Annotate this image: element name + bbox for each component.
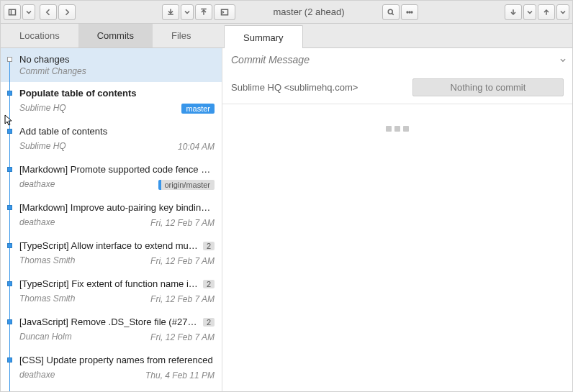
graph-node-icon (7, 281, 12, 286)
sidebar-toggle-dropdown[interactable] (22, 4, 35, 20)
graph-line (9, 134, 10, 158)
commit-item[interactable]: [JavaScript] Remove .DS_Store file (#271… (1, 311, 222, 349)
commit-head-item[interactable]: No changes Commit Changes (1, 48, 222, 82)
graph-node-icon (7, 167, 12, 172)
graph-line (9, 82, 10, 91)
commit-item[interactable]: [CSS] Fix color functions in blend() (#2… (1, 387, 222, 391)
graph-node-icon (7, 243, 12, 248)
commit-author: Sublime HQ (19, 103, 66, 113)
graph-line (9, 120, 10, 129)
branch-ref-remote[interactable]: origin/master (158, 180, 215, 190)
commit-item[interactable]: [TypeScript] Allow interface to extend m… (1, 234, 222, 273)
search-icon (387, 8, 395, 17)
commit-item[interactable]: Add table of contentsSublime HQ10:04 AM (1, 120, 222, 158)
graph-line (9, 248, 10, 273)
chevron-down-icon (559, 57, 567, 64)
commit-time: Fri, 12 Feb 7 AM (150, 294, 215, 304)
svg-point-11 (411, 12, 412, 13)
commit-button[interactable]: Nothing to commit (412, 78, 564, 96)
graph-line (9, 96, 10, 120)
graph-node-icon (7, 357, 12, 363)
commit-summary: Populate table of contents (19, 88, 215, 99)
terminal-button[interactable] (214, 4, 235, 20)
graph-node-icon (7, 205, 12, 210)
graph-line (9, 311, 10, 319)
graph-node-icon (7, 91, 12, 96)
search-button[interactable] (382, 4, 400, 20)
changes-badge: 2 (203, 242, 215, 250)
commit-summary: [Markdown] Improve auto-pairing key bind… (19, 202, 215, 213)
commit-message-input[interactable] (231, 54, 564, 70)
changes-badge: 2 (203, 280, 215, 288)
tab-commits[interactable]: Commits (78, 24, 153, 47)
commit-summary: [CSS] Update property names from referen… (19, 355, 215, 365)
graph-line (9, 387, 10, 391)
branch-ref-local[interactable]: master (181, 104, 215, 114)
commit-author: deathaxe (19, 179, 55, 189)
ellipsis-icon (405, 8, 414, 17)
left-tabs: LocationsCommitsFiles (1, 24, 222, 47)
commit-item[interactable]: Populate table of contentsSublime HQmast… (1, 82, 222, 120)
commit-action-row: Sublime HQ <sublimehq.com> Nothing to co… (231, 73, 564, 104)
sidebar-toggle-button[interactable] (4, 4, 21, 20)
commits-panel: No changes Commit Changes Populate table… (1, 48, 222, 391)
content-area: No changes Commit Changes Populate table… (1, 48, 572, 391)
commit-time: 10:04 AM (178, 142, 215, 152)
commit-author: Thomas Smith (19, 293, 75, 304)
commit-item[interactable]: [Markdown] Improve auto-pairing key bind… (1, 196, 222, 234)
graph-line (9, 196, 10, 205)
svg-point-7 (388, 9, 392, 14)
arrow-left-icon (44, 8, 53, 17)
graph-line (9, 172, 10, 196)
svg-point-10 (409, 12, 410, 13)
commit-summary: [JavaScript] Remove .DS_Store file (#271… (19, 316, 199, 327)
tab-locations[interactable]: Locations (1, 24, 78, 47)
commit-author: Duncan Holm (19, 332, 72, 342)
commit-author: deathaxe (19, 370, 55, 380)
commit-item[interactable]: [TypeScript] Fix extent of function name… (1, 273, 222, 311)
svg-rect-0 (9, 9, 16, 15)
svg-point-9 (407, 12, 408, 13)
arrow-right-icon (63, 8, 71, 17)
commit-item[interactable]: [Markdown] Promote supported code fence … (1, 158, 222, 196)
stash-dropdown[interactable] (181, 4, 194, 20)
pull-button[interactable] (505, 4, 522, 20)
toolbar: master (2 ahead) (1, 1, 572, 24)
commit-author: Thomas Smith (19, 255, 75, 265)
pull-dropdown[interactable] (523, 4, 536, 20)
file-changes-area (222, 104, 572, 391)
graph-node-icon (7, 129, 12, 134)
commit-message-dropdown[interactable] (559, 57, 567, 65)
commit-author: Sublime HQ (19, 141, 66, 151)
chevron-down-icon (24, 8, 33, 17)
graph-line (9, 349, 10, 357)
head-subtitle: Commit Changes (19, 66, 215, 76)
graph-node-icon (7, 57, 12, 62)
graph-line (9, 273, 10, 281)
changes-badge: 2 (203, 318, 215, 327)
stash-button[interactable] (162, 4, 179, 20)
author-label: Sublime HQ <sublimehq.com> (231, 82, 405, 93)
upload-icon (542, 8, 551, 17)
tab-files[interactable]: Files (153, 24, 209, 47)
stash-down-icon (166, 8, 175, 17)
commit-item[interactable]: [CSS] Update property names from referen… (1, 349, 222, 387)
commit-time: Thu, 4 Feb 11 PM (145, 370, 215, 380)
svg-rect-6 (222, 9, 228, 15)
commit-summary: [Markdown] Promote supported code fence … (19, 164, 215, 175)
nav-forward-button[interactable] (58, 4, 76, 20)
push-button[interactable] (538, 4, 555, 20)
nav-back-button[interactable] (40, 4, 57, 20)
commits-scroll[interactable]: No changes Commit Changes Populate table… (1, 48, 222, 391)
push-dropdown[interactable] (556, 4, 569, 20)
unstash-button[interactable] (195, 4, 212, 20)
graph-line (9, 324, 10, 349)
graph-line (9, 158, 10, 167)
graph-line (9, 286, 10, 311)
graph-node-icon (7, 319, 12, 324)
more-button[interactable] (401, 4, 418, 20)
graph-line (9, 62, 10, 82)
branch-title[interactable]: master (2 ahead) (237, 6, 381, 17)
tab-summary[interactable]: Summary (224, 25, 303, 49)
commit-summary: Add table of contents (19, 126, 215, 137)
